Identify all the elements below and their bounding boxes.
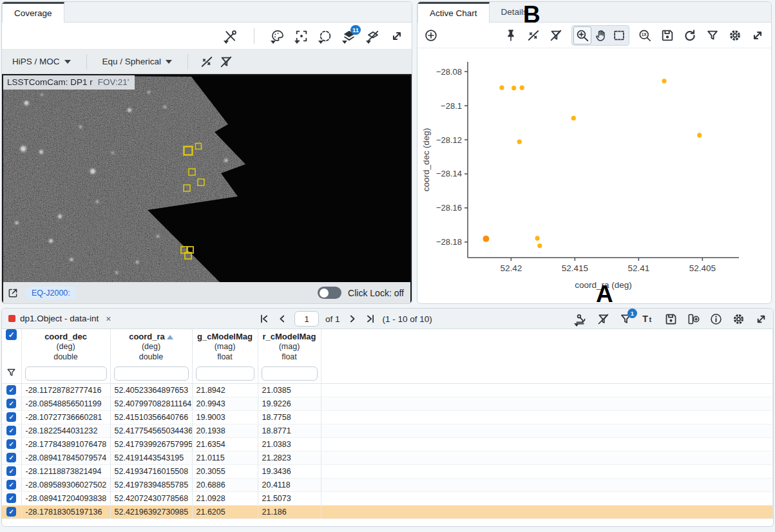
table-cell[interactable]: 52.417939926757995 bbox=[110, 437, 192, 451]
row-checkbox[interactable]: ✓ bbox=[6, 399, 16, 408]
page-number-input[interactable] bbox=[294, 311, 319, 327]
table-cell[interactable]: 52.41934716015508 bbox=[110, 464, 192, 478]
table-tab[interactable]: dp1.Object - data-int × bbox=[8, 314, 111, 324]
table-cell[interactable]: 52.407997082811164 bbox=[110, 397, 192, 410]
table-cell[interactable]: 19.9226 bbox=[258, 397, 321, 410]
row-checkbox[interactable]: ✓ bbox=[6, 426, 16, 435]
color-palette-icon[interactable] bbox=[271, 29, 285, 43]
sky-image-viewer[interactable]: LSSTComCam: DP1 r FOV:21' bbox=[3, 75, 410, 282]
select-region-icon[interactable] bbox=[318, 29, 332, 43]
scatter-chart[interactable]: −28.08−28.1−28.12−28.14−28.16−28.1852.42… bbox=[417, 48, 771, 303]
filter-off-icon[interactable] bbox=[597, 312, 610, 326]
layers-icon[interactable]: 11 bbox=[342, 29, 356, 43]
analyze-icon[interactable] bbox=[574, 312, 588, 326]
table-cell[interactable]: -28.10727736660281 bbox=[21, 410, 110, 424]
recenter-icon[interactable] bbox=[294, 29, 309, 43]
table-cell[interactable]: 20.6886 bbox=[192, 478, 258, 491]
table-cell[interactable]: 21.8942 bbox=[192, 383, 258, 397]
table-cell[interactable]: 52.42072430778568 bbox=[110, 491, 192, 505]
click-lock-toggle[interactable] bbox=[318, 287, 341, 299]
table-cell[interactable]: -28.089589306027502 bbox=[21, 478, 110, 491]
table-cell[interactable]: 21.0383 bbox=[258, 437, 321, 451]
table-cell[interactable]: 21.6205 bbox=[192, 505, 258, 518]
next-page-icon[interactable] bbox=[347, 313, 358, 325]
prev-page-icon[interactable] bbox=[276, 313, 288, 325]
save-chart-icon[interactable] bbox=[660, 28, 675, 43]
table-cell[interactable]: 52.4191443543195 bbox=[110, 451, 192, 464]
column-header-coord_ra[interactable]: coord_ra (deg) double bbox=[110, 329, 192, 364]
select-mode-icon[interactable] bbox=[611, 27, 627, 44]
table-cell[interactable]: 18.7758 bbox=[258, 410, 321, 424]
filter-input-coord_dec[interactable] bbox=[25, 366, 107, 381]
table-row[interactable]: ✓-28.08941720409383852.4207243077856821.… bbox=[2, 491, 773, 505]
table-cell[interactable]: 20.4118 bbox=[258, 478, 321, 491]
table-cell[interactable]: 18.8771 bbox=[258, 424, 321, 437]
table-cell[interactable]: 52.40523364897653 bbox=[110, 383, 192, 397]
close-icon[interactable]: × bbox=[106, 314, 111, 324]
column-header-g_cModelMag[interactable]: g_cModelMag (mag) float bbox=[192, 329, 258, 364]
table-settings-icon[interactable] bbox=[732, 312, 745, 326]
table-cell[interactable]: 21.5073 bbox=[258, 491, 321, 505]
row-checkbox[interactable]: ✓ bbox=[6, 480, 16, 489]
filter-off-icon[interactable] bbox=[219, 55, 233, 69]
table-row[interactable]: ✓-28.1072773666028152.4151035664076619.9… bbox=[2, 410, 773, 424]
filter-input-coord_ra[interactable] bbox=[114, 366, 189, 381]
column-header-coord_dec[interactable]: coord_dec (deg) double bbox=[21, 329, 110, 364]
filter-icon[interactable] bbox=[705, 28, 720, 43]
table-cell[interactable]: 52.41978394855785 bbox=[110, 478, 192, 491]
table-cell[interactable]: 52.417754565034436 bbox=[110, 424, 192, 437]
add-column-icon[interactable] bbox=[687, 312, 700, 326]
table-cell[interactable]: 19.9003 bbox=[192, 410, 258, 424]
table-row[interactable]: ✓-28.1172878277741652.4052336489765321.8… bbox=[2, 383, 773, 397]
table-row[interactable]: ✓-28.17784389107647852.41793992675799521… bbox=[2, 437, 773, 451]
chart-settings-icon[interactable] bbox=[728, 28, 742, 43]
marker-off-icon[interactable] bbox=[200, 55, 214, 69]
column-header-r_cModelMag[interactable]: r_cModelMag (mag) float bbox=[258, 329, 321, 364]
table-cell[interactable]: -28.12118873821494 bbox=[21, 464, 110, 478]
select-all-checkbox[interactable]: ✓ bbox=[6, 329, 17, 340]
row-checkbox[interactable]: ✓ bbox=[6, 385, 16, 395]
pan-mode-icon[interactable] bbox=[593, 27, 609, 44]
table-cell[interactable]: -28.089417204093838 bbox=[21, 491, 110, 505]
text-options-icon[interactable]: Tt bbox=[642, 312, 655, 326]
row-checkbox[interactable]: ✓ bbox=[6, 453, 16, 462]
layers-off-icon[interactable] bbox=[366, 29, 380, 43]
table-cell[interactable]: -28.1822544031232 bbox=[21, 424, 110, 437]
table-cell[interactable]: 21.6354 bbox=[192, 437, 258, 451]
zoom-mode-icon[interactable] bbox=[573, 26, 591, 44]
filter-input-g_cModelMag[interactable] bbox=[196, 366, 254, 381]
table-cell[interactable]: 19.3436 bbox=[258, 464, 321, 478]
add-chart-icon[interactable] bbox=[424, 28, 438, 43]
expand-icon[interactable] bbox=[751, 28, 765, 43]
info-icon[interactable] bbox=[709, 312, 723, 326]
tab-active-chart[interactable]: Active Chart bbox=[417, 2, 490, 23]
row-checkbox[interactable]: ✓ bbox=[6, 412, 16, 422]
table-cell[interactable]: -28.177843891076478 bbox=[21, 437, 110, 451]
projection-dropdown[interactable]: Equ / Spherical bbox=[99, 57, 177, 66]
table-row[interactable]: ✓-28.182254403123252.41775456503443620.1… bbox=[2, 424, 773, 437]
tab-coverage[interactable]: Coverage bbox=[2, 2, 64, 23]
filter-off-icon[interactable] bbox=[549, 28, 563, 43]
table-cell[interactable]: 21.186 bbox=[258, 505, 321, 518]
first-page-icon[interactable] bbox=[258, 313, 270, 325]
table-row[interactable]: ✓-28.08941784507957452.419144354319521.0… bbox=[2, 451, 773, 464]
row-checkbox[interactable]: ✓ bbox=[6, 466, 16, 476]
table-cell[interactable]: 20.9943 bbox=[192, 397, 258, 410]
table-cell[interactable]: 21.2823 bbox=[258, 451, 321, 464]
table-cell[interactable]: 21.0928 bbox=[192, 491, 258, 505]
expand-icon[interactable] bbox=[754, 312, 768, 326]
table-cell[interactable]: 52.42196392730985 bbox=[110, 505, 192, 518]
table-cell[interactable]: -28.11728782777416 bbox=[21, 383, 110, 397]
row-checkbox[interactable]: ✓ bbox=[6, 507, 16, 517]
expand-icon[interactable] bbox=[390, 29, 404, 43]
table-cell[interactable]: -28.089417845079574 bbox=[21, 451, 110, 464]
row-checkbox[interactable]: ✓ bbox=[6, 439, 16, 449]
table-cell[interactable]: 21.0115 bbox=[192, 451, 258, 464]
pin-chart-icon[interactable] bbox=[504, 28, 518, 43]
table-cell[interactable]: 52.41510356640766 bbox=[110, 410, 192, 424]
zoom-original-icon[interactable]: 1X bbox=[638, 28, 652, 43]
table-cell[interactable]: -28.08548856501199 bbox=[21, 397, 110, 410]
filter-input-r_cModelMag[interactable] bbox=[262, 366, 318, 381]
coordinate-readout[interactable]: EQ-J2000: bbox=[25, 287, 77, 299]
table-cell[interactable]: -28.17818305197136 bbox=[21, 505, 110, 518]
